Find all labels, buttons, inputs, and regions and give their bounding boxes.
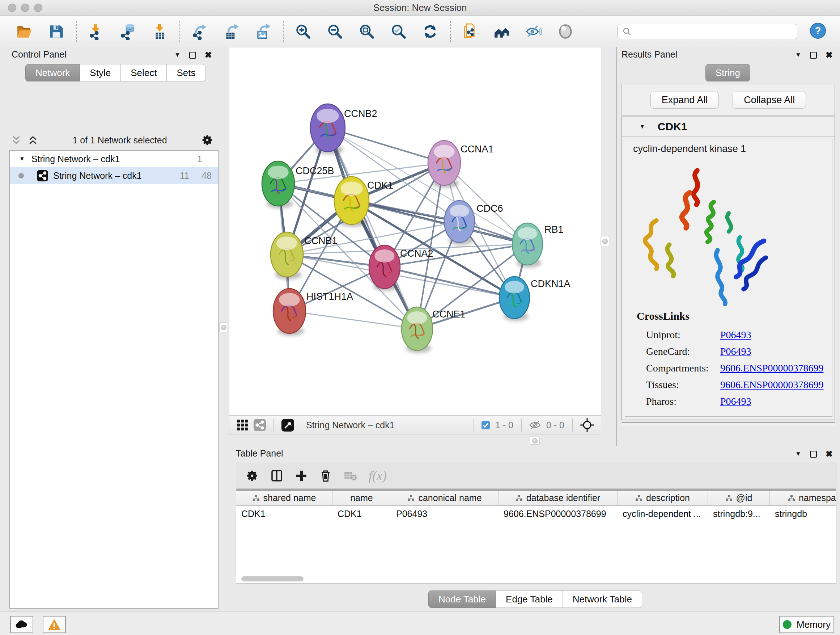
network-collection-row[interactable]: ▼ String Network – cdk1 1	[10, 150, 218, 167]
table-cell[interactable]: P06493	[391, 506, 499, 522]
bottom-splitter-handle[interactable]	[530, 437, 540, 445]
panel-close-icon[interactable]: ✖	[205, 50, 212, 60]
add-column-button[interactable]	[295, 469, 308, 482]
delete-column-button[interactable]	[319, 469, 332, 482]
crosslink-label: Tissues:	[646, 379, 720, 391]
tab-edge-table[interactable]: Edge Table	[496, 591, 563, 608]
column-header-shared-name[interactable]: shared name	[236, 491, 332, 505]
expand-all-button[interactable]: Expand All	[651, 92, 719, 109]
panel-menu-icon[interactable]: ▼	[795, 450, 801, 458]
table-cell[interactable]: cyclin-dependent ...	[617, 506, 708, 522]
network-node-cdkn1a[interactable]: CDKN1A	[499, 277, 570, 321]
network-edge-hist1h1a-ccne1[interactable]	[289, 311, 417, 329]
table-panel-header: Table Panel	[236, 447, 417, 460]
show-columns-button[interactable]	[270, 469, 283, 482]
hide-selected-button[interactable]	[524, 21, 543, 42]
column-header-description[interactable]: description	[617, 491, 708, 505]
export-network-button[interactable]	[189, 21, 209, 42]
first-neighbors-button[interactable]	[492, 21, 512, 42]
panel-menu-icon[interactable]: ▼	[795, 51, 801, 59]
expand-all-tree-icon[interactable]	[27, 135, 38, 146]
tab-sets[interactable]: Sets	[167, 64, 205, 81]
cloud-status-button[interactable]	[10, 616, 33, 633]
panel-float-icon[interactable]	[810, 451, 817, 458]
collapse-all-button[interactable]: Collapse All	[733, 92, 806, 109]
tab-network-table[interactable]: Network Table	[563, 591, 642, 608]
tab-node-table[interactable]: Node Table	[428, 591, 496, 608]
show-all-button[interactable]	[556, 21, 575, 42]
panel-close-icon[interactable]: ✖	[826, 50, 833, 60]
tree-caret-icon[interactable]: ▼	[19, 156, 25, 162]
network-node-hist1h1a[interactable]: HIST1H1A	[273, 288, 353, 336]
table-cell[interactable]: CDK1	[236, 506, 332, 522]
export-table-button[interactable]	[221, 21, 241, 42]
panel-close-icon[interactable]: ✖	[826, 449, 833, 459]
column-header-name[interactable]: name	[332, 491, 391, 505]
panel-float-icon[interactable]	[189, 52, 196, 59]
crosslink-link[interactable]: P06493	[720, 396, 752, 407]
warning-status-button[interactable]	[43, 616, 66, 633]
table-horizontal-scrollbar[interactable]	[237, 576, 835, 582]
network-overview-button[interactable]	[253, 418, 266, 432]
left-splitter-handle[interactable]	[219, 322, 228, 333]
crosslink-link[interactable]: P06493	[720, 329, 752, 340]
open-session-button[interactable]	[14, 21, 34, 42]
tab-string[interactable]: String	[706, 64, 750, 81]
gear-icon[interactable]	[201, 134, 213, 146]
column-header-id[interactable]: @id	[708, 491, 770, 505]
table-cell[interactable]: 9606.ENSP00000378699	[499, 506, 617, 522]
minimize-window-button[interactable]	[21, 4, 29, 12]
collapse-all-tree-icon[interactable]	[11, 135, 22, 146]
tab-select[interactable]: Select	[121, 64, 167, 81]
import-table-from-file-button[interactable]	[150, 21, 169, 42]
panel-float-icon[interactable]	[810, 52, 817, 59]
crosslink-link[interactable]: 9606.ENSP00000378699	[720, 363, 823, 374]
table-settings-button[interactable]	[246, 469, 259, 482]
right-splitter-handle[interactable]	[600, 236, 609, 246]
network-node-ccne1[interactable]: CCNE1	[401, 307, 466, 353]
grid-view-button[interactable]	[236, 418, 249, 432]
close-window-button[interactable]	[8, 4, 16, 12]
entry-caret-icon[interactable]: ▼	[639, 123, 645, 130]
save-session-button[interactable]	[46, 21, 66, 42]
fit-selected-button[interactable]	[580, 418, 594, 432]
network-node-ccna2[interactable]: CCNA2	[369, 245, 433, 291]
crosslink-link[interactable]: 9606.ENSP00000378699	[720, 379, 823, 391]
help-button[interactable]: ?	[810, 22, 826, 40]
network-edge-ccnb2-ccna1[interactable]	[328, 128, 444, 163]
network-node-cdc6[interactable]: CDC6	[444, 201, 503, 245]
tab-style[interactable]: Style	[80, 64, 121, 81]
new-network-from-selection-button[interactable]	[460, 21, 480, 42]
import-network-from-file-button[interactable]	[86, 21, 106, 42]
network-canvas[interactable]: CCNB2CCNA1CDC25BCDK1CDC6RB1CCNB1CCNA2CDK…	[229, 47, 601, 416]
import-network-from-database-button[interactable]	[118, 21, 137, 42]
memory-button[interactable]: Memory	[779, 616, 834, 633]
table-cell[interactable]: stringdb:9...	[708, 506, 770, 522]
refresh-button[interactable]	[420, 21, 440, 42]
network-node-rb1[interactable]: RB1	[512, 223, 564, 268]
table-cell[interactable]: CDK1	[332, 506, 391, 522]
maximize-window-button[interactable]	[34, 4, 42, 12]
network-row-selected[interactable]: String Network – cdk1 11 48	[10, 167, 218, 184]
zoom-fit-button[interactable]	[357, 21, 376, 42]
zoom-selected-button[interactable]	[388, 21, 408, 42]
network-node-cdc25b[interactable]: CDC25B	[262, 161, 334, 209]
export-image-button[interactable]	[253, 21, 273, 42]
scrollbar-thumb[interactable]	[241, 576, 303, 581]
tab-network[interactable]: Network	[25, 64, 80, 81]
detach-view-button[interactable]	[281, 418, 294, 432]
zoom-out-button[interactable]	[325, 21, 344, 42]
network-node-ccna1[interactable]: CCNA1	[428, 141, 494, 188]
column-header-namespace[interactable]: namespace	[770, 491, 836, 505]
column-header-canonical-name[interactable]: canonical name	[391, 491, 499, 505]
hidden-eye-icon[interactable]	[529, 420, 541, 431]
selected-checkbox-icon[interactable]	[481, 421, 490, 430]
zoom-in-button[interactable]	[293, 21, 313, 42]
network-node-ccnb2[interactable]: CCNB2	[310, 104, 377, 154]
column-header-database-identifier[interactable]: database identifier	[499, 491, 617, 505]
results-entry-header[interactable]: ▼ CDK1	[622, 117, 835, 136]
table-cell[interactable]: stringdb	[770, 506, 836, 522]
panel-menu-icon[interactable]: ▼	[174, 51, 180, 59]
crosslink-link[interactable]: P06493	[720, 346, 752, 357]
search-input[interactable]	[632, 27, 793, 36]
